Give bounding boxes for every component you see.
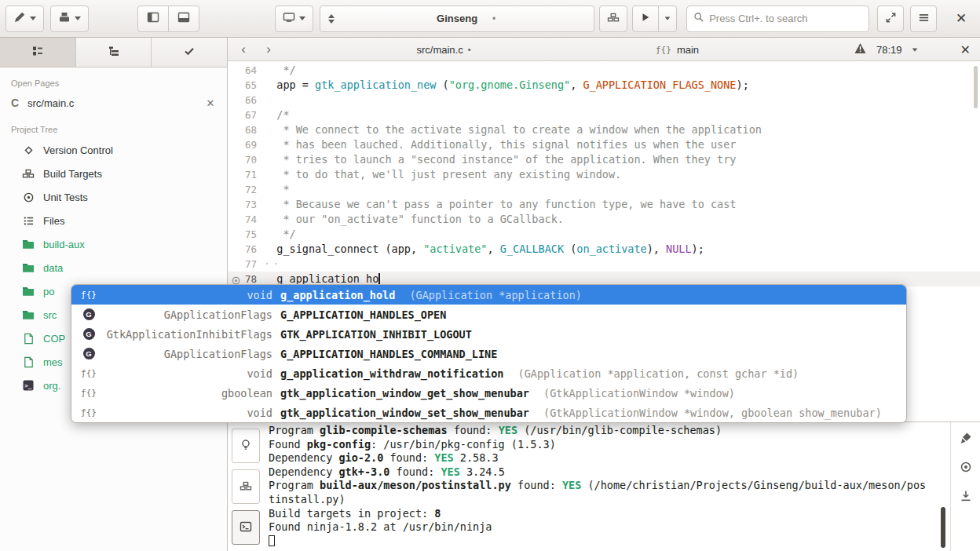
code-line-77[interactable]: 77·· (228, 257, 980, 272)
code-line-74[interactable]: 74 * our "on_activate" function to a GCa… (228, 212, 980, 227)
panel-tab-messages[interactable] (232, 429, 260, 463)
output-scrollbar[interactable] (941, 507, 945, 548)
clear-output-button[interactable] (960, 432, 972, 447)
completion-name: G_APPLICATION_HANDLES_OPEN (280, 308, 446, 321)
pen-icon (13, 11, 26, 26)
code-text: * Because we can't pass a pointer to any… (264, 197, 736, 212)
output-segment: YES (441, 465, 459, 478)
tree-item-version-control[interactable]: Version Control (0, 138, 227, 162)
code-segment: ), (647, 243, 666, 255)
completion-row[interactable]: GGApplicationFlagsG_APPLICATION_HANDLES_… (71, 305, 906, 324)
package-icon (58, 11, 71, 26)
code-segment (264, 272, 276, 285)
completion-row[interactable]: ƒ{}gbooleangtk_application_window_get_sh… (71, 383, 906, 403)
code-line-73[interactable]: 73 * Because we can't pass a pointer to … (228, 197, 980, 212)
build-profile-button[interactable] (50, 5, 89, 32)
build-output[interactable]: Program glib-compile-schemas found: YES … (264, 422, 950, 551)
line-number: 66 (228, 93, 264, 108)
nav-back-button[interactable]: ‹ (234, 40, 253, 59)
code-line-68[interactable]: 68 * We connect to the activate signal t… (228, 122, 980, 137)
menu-button[interactable] (910, 5, 937, 32)
open-page-row[interactable]: C src/main.c ✕ (0, 92, 227, 114)
file-item-data[interactable]: data (0, 256, 227, 279)
fullscreen-button[interactable] (877, 5, 904, 32)
completion-row[interactable]: ƒ{}voidg_application_hold (GApplication … (71, 285, 906, 305)
line-number: 69 (228, 137, 264, 152)
chevron-down-icon (30, 16, 36, 20)
line-number: 70 (228, 152, 264, 167)
code-line-75[interactable]: 75 */ (228, 227, 980, 242)
code-text: ·· (264, 257, 281, 272)
completion-return-type: GtkApplicationInhibitFlags (106, 328, 272, 341)
file-item-build-aux[interactable]: build-aux (0, 232, 227, 256)
tree-item-files[interactable]: Files (0, 209, 227, 232)
line-number: 65 (228, 78, 264, 93)
file-item-label: mes (43, 356, 63, 368)
nav-forward-button[interactable]: › (259, 40, 278, 59)
completion-row[interactable]: GGtkApplicationInhibitFlagsGTK_APPLICATI… (71, 324, 906, 344)
chevron-down-icon[interactable] (912, 48, 917, 51)
sidebar-tab-pages[interactable] (0, 38, 76, 67)
close-page-button[interactable]: ✕ (203, 97, 218, 109)
global-search[interactable] (686, 5, 869, 32)
code-segment: , (487, 243, 499, 255)
code-line-71[interactable]: 71 * to do that, we'll just present any … (228, 167, 980, 182)
symbol-picker[interactable]: ƒ{} main (656, 38, 699, 61)
completion-row[interactable]: GGApplicationFlagsG_APPLICATION_HANDLES_… (71, 344, 906, 363)
line-number: 64 (228, 63, 264, 78)
close-icon: ✕ (960, 43, 971, 57)
cursor-position[interactable]: 78:19 (876, 44, 902, 56)
code-line-72[interactable]: 72 * (228, 182, 980, 197)
tree-item-build-targets[interactable]: Build Targets (0, 162, 227, 185)
code-line-70[interactable]: 70 * tries to launch a "second instance"… (228, 152, 980, 167)
tree-icon (108, 45, 120, 60)
toggle-left-panel-button[interactable] (137, 5, 169, 32)
panel-tab-build[interactable] (232, 469, 260, 504)
sidebar-tab-tree[interactable] (76, 38, 152, 67)
code-line-67[interactable]: 67 /* (228, 108, 980, 122)
target-button[interactable] (960, 461, 972, 476)
window-close-button[interactable]: ✕ (948, 5, 975, 32)
output-segment: Dependency (269, 451, 338, 464)
toggle-bottom-panel-button[interactable] (168, 5, 199, 32)
output-segment: (/usr/bin/glib-compile-schemas) (517, 424, 722, 436)
search-input[interactable] (709, 13, 862, 24)
folder-icon (22, 285, 35, 297)
device-selector-button[interactable] (275, 5, 313, 32)
line-number: 72 (228, 182, 264, 197)
code-text: */ (264, 227, 296, 242)
save-log-button[interactable] (960, 490, 972, 505)
pages-list-icon (31, 45, 44, 60)
run-options-button[interactable] (658, 5, 677, 32)
output-segment: Dependency (269, 465, 338, 478)
close-editor-button[interactable]: ✕ (960, 42, 971, 57)
run-button[interactable] (632, 5, 659, 32)
code-line-66[interactable]: 66 (228, 93, 980, 108)
doc-icon (22, 332, 35, 345)
sidebar-tab-todo[interactable] (152, 38, 227, 67)
build-button[interactable] (599, 5, 627, 32)
completion-return-type: void (106, 289, 272, 301)
function-icon: ƒ{} (81, 368, 97, 378)
modified-dot: • (468, 45, 471, 54)
omnibar[interactable]: Ginseng • (320, 5, 594, 32)
editor-scrollbar[interactable] (974, 66, 978, 108)
terminal-icon (240, 520, 252, 535)
output-segment: YES (434, 451, 453, 464)
code-line-64[interactable]: 64 */ (228, 63, 980, 78)
code-line-65[interactable]: 65 app = gtk_application_new ("org.gnome… (228, 78, 980, 93)
tree-item-unit-tests[interactable]: Unit Tests (0, 185, 227, 209)
code-line-69[interactable]: 69 * has been lauched. Additionally, thi… (228, 137, 980, 152)
code-line-76[interactable]: 76 g_signal_connect (app, "activate", G_… (228, 242, 980, 257)
completion-row[interactable]: ƒ{}voidg_application_withdraw_notificati… (71, 363, 906, 383)
panel-tab-build-output[interactable] (232, 510, 260, 545)
completion-row[interactable]: ƒ{}voidgtk_application_window_set_show_m… (71, 403, 906, 422)
chevron-down-icon (665, 16, 671, 20)
output-segment: gio-2.0 (338, 451, 383, 464)
warnings-button[interactable] (854, 42, 867, 57)
code-text: app = gtk_application_new ("org.gnome.Gi… (264, 78, 749, 93)
output-segment: tinstall.py) (269, 493, 346, 505)
build-bricks-icon (607, 11, 620, 26)
search-icon (693, 12, 704, 25)
editor-surface-button[interactable] (5, 5, 44, 32)
